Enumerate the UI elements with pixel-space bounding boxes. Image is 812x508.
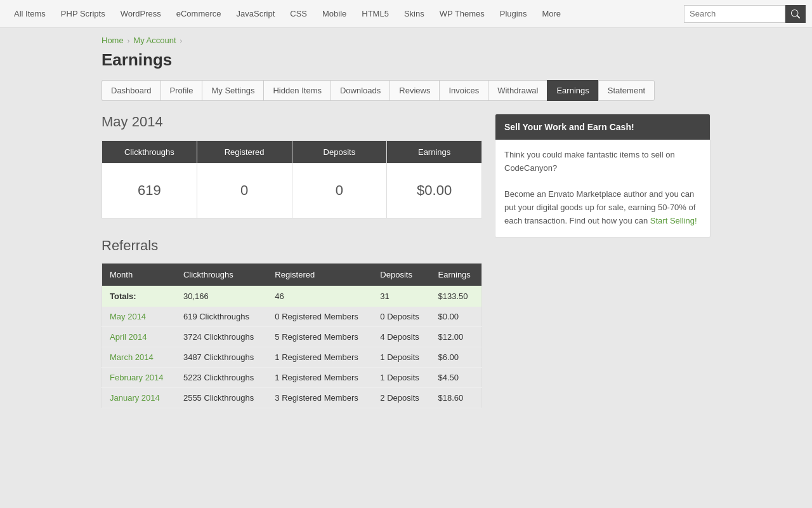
row-clickthroughs: 619 Clickthroughs [176, 307, 267, 327]
row-deposits: 1 Deposits [372, 368, 430, 388]
row-month: April 2014 [102, 327, 176, 347]
table-row: May 2014 619 Clickthroughs 0 Registered … [102, 307, 482, 327]
breadcrumb-my-account[interactable]: My Account [133, 36, 176, 45]
sidebar-text-2: Become an Envato Marketplace author and … [504, 188, 701, 227]
right-sidebar: Sell Your Work and Earn Cash! Think you … [495, 114, 710, 408]
row-earnings: $12.00 [431, 327, 482, 347]
stat-card-clickthroughs: Clickthroughs 619 [102, 140, 197, 218]
sidebar-box-header: Sell Your Work and Earn Cash! [495, 114, 710, 140]
stat-card-registered: Registered 0 [197, 140, 292, 218]
breadcrumb-sep-1: › [128, 37, 130, 44]
search-input[interactable] [684, 5, 785, 23]
stat-card-earnings: Earnings $0.00 [386, 140, 482, 218]
row-registered: 1 Registered Members [267, 368, 372, 388]
nav-item-mobile[interactable]: Mobile [315, 0, 354, 28]
row-deposits: 1 Deposits [372, 347, 430, 368]
stat-card-header-clickthroughs: Clickthroughs [102, 141, 197, 163]
row-registered: 1 Registered Members [267, 347, 372, 368]
nav-item-css[interactable]: CSS [282, 0, 315, 28]
start-selling-link[interactable]: Start Selling! [650, 216, 697, 225]
stat-card-value-clickthroughs: 619 [102, 163, 197, 218]
row-clickthroughs: 3487 Clickthroughs [176, 347, 267, 368]
row-registered: 3 Registered Members [267, 388, 372, 408]
tab-invoices[interactable]: Invoices [439, 80, 488, 101]
table-col-clickthroughs: Clickthroughs [176, 264, 267, 286]
table-header-row: MonthClickthroughsRegisteredDepositsEarn… [102, 264, 482, 286]
row-month: May 2014 [102, 307, 176, 327]
table-row: March 2014 3487 Clickthroughs 1 Register… [102, 347, 482, 368]
stat-card-header-earnings: Earnings [387, 141, 481, 163]
table-row: April 2014 3724 Clickthroughs 5 Register… [102, 327, 482, 347]
stat-card-deposits: Deposits 0 [292, 140, 387, 218]
table-row: February 2014 5223 Clickthroughs 1 Regis… [102, 368, 482, 388]
tab-withdrawal[interactable]: Withdrawal [488, 80, 547, 101]
row-clickthroughs: 3724 Clickthroughs [176, 327, 267, 347]
tab-hidden-items[interactable]: Hidden Items [263, 80, 331, 101]
referrals-table-body: Totals: 30,166 46 31 $133.50 May 2014 61… [102, 286, 482, 408]
stat-card-value-earnings: $0.00 [387, 163, 481, 218]
search-button[interactable] [785, 5, 806, 23]
row-month: January 2014 [102, 388, 176, 408]
totals-label: Totals: [102, 286, 176, 307]
nav-item-html5[interactable]: HTML5 [354, 0, 396, 28]
tab-bar: DashboardProfileMy SettingsHidden ItemsD… [0, 80, 812, 101]
tab-downloads[interactable]: Downloads [331, 80, 390, 101]
nav-item-skins[interactable]: Skins [396, 0, 432, 28]
tab-statement[interactable]: Statement [598, 80, 655, 101]
nav-item-all-items[interactable]: All Items [6, 0, 53, 28]
nav-item-wordpress[interactable]: WordPress [113, 0, 169, 28]
main-content: May 2014 Clickthroughs 619 Registered 0 … [0, 114, 812, 408]
totals-registered: 46 [267, 286, 372, 307]
nav-item-ecommerce[interactable]: eCommerce [169, 0, 229, 28]
table-col-registered: Registered [267, 264, 372, 286]
stat-card-header-registered: Registered [197, 141, 292, 163]
page-title: Earnings [0, 48, 812, 80]
tab-my-settings[interactable]: My Settings [202, 80, 263, 101]
referrals-table-header: MonthClickthroughsRegisteredDepositsEarn… [102, 264, 482, 286]
row-deposits: 2 Deposits [372, 388, 430, 408]
nav-item-php-scripts[interactable]: PHP Scripts [53, 0, 113, 28]
stat-card-header-deposits: Deposits [292, 141, 387, 163]
table-col-month: Month [102, 264, 176, 286]
nav-items: All ItemsPHP ScriptsWordPresseCommerceJa… [6, 0, 684, 28]
left-content: May 2014 Clickthroughs 619 Registered 0 … [102, 114, 482, 408]
nav-item-wp-themes[interactable]: WP Themes [432, 0, 492, 28]
nav-item-more[interactable]: More [534, 0, 568, 28]
row-clickthroughs: 5223 Clickthroughs [176, 368, 267, 388]
tab-earnings[interactable]: Earnings [547, 80, 598, 101]
row-deposits: 0 Deposits [372, 307, 430, 327]
table-row-totals: Totals: 30,166 46 31 $133.50 [102, 286, 482, 307]
breadcrumb: Home › My Account › [0, 28, 812, 48]
row-earnings: $0.00 [431, 307, 482, 327]
row-earnings: $18.60 [431, 388, 482, 408]
tab-profile[interactable]: Profile [160, 80, 202, 101]
nav-item-plugins[interactable]: Plugins [492, 0, 535, 28]
sidebar-box: Sell Your Work and Earn Cash! Think you … [495, 114, 710, 237]
search-bar [684, 5, 806, 23]
stat-card-value-deposits: 0 [292, 163, 387, 218]
tab-reviews[interactable]: Reviews [390, 80, 439, 101]
table-row: January 2014 2555 Clickthroughs 3 Regist… [102, 388, 482, 408]
breadcrumb-home[interactable]: Home [102, 36, 124, 45]
nav-item-javascript[interactable]: JavaScript [229, 0, 283, 28]
sidebar-text-1: Think you could make fantastic items to … [504, 149, 701, 175]
totals-clickthroughs: 30,166 [176, 286, 267, 307]
row-month: March 2014 [102, 347, 176, 368]
stat-card-value-registered: 0 [197, 163, 292, 218]
referrals-heading: Referrals [102, 237, 482, 254]
month-heading: May 2014 [102, 114, 482, 130]
totals-deposits: 31 [372, 286, 430, 307]
top-navigation: All ItemsPHP ScriptsWordPresseCommerceJa… [0, 0, 812, 28]
row-registered: 0 Registered Members [267, 307, 372, 327]
row-earnings: $4.50 [431, 368, 482, 388]
tab-dashboard[interactable]: Dashboard [102, 80, 160, 101]
row-deposits: 4 Deposits [372, 327, 430, 347]
sidebar-box-body: Think you could make fantastic items to … [495, 140, 710, 237]
stats-cards: Clickthroughs 619 Registered 0 Deposits … [102, 140, 482, 218]
totals-earnings: $133.50 [431, 286, 482, 307]
row-earnings: $6.00 [431, 347, 482, 368]
row-clickthroughs: 2555 Clickthroughs [176, 388, 267, 408]
table-col-deposits: Deposits [372, 264, 430, 286]
table-col-earnings: Earnings [431, 264, 482, 286]
referrals-table: MonthClickthroughsRegisteredDepositsEarn… [102, 263, 482, 408]
